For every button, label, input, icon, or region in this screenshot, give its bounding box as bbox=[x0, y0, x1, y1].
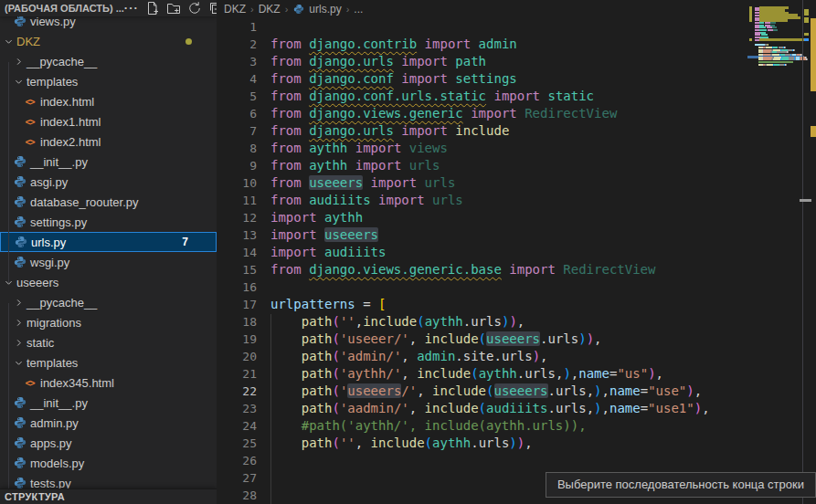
code-line-22[interactable]: 22 path('useeers/', include(useeers.urls… bbox=[217, 383, 802, 400]
tree-item-urls-py[interactable]: urls.py7 bbox=[0, 232, 217, 252]
tree-item-label: settings.py bbox=[30, 215, 87, 229]
overview-ruler[interactable] bbox=[802, 0, 816, 504]
tree-item-label: models.py bbox=[30, 457, 84, 470]
tree-item--pycache-[interactable]: __pycache__ bbox=[0, 292, 217, 312]
chev-right-icon bbox=[13, 57, 24, 67]
breadcrumb-item--[interactable]: ... bbox=[354, 3, 363, 16]
tree-item-migrations[interactable]: migrations bbox=[0, 312, 217, 332]
breadcrumb-item-urls-py[interactable]: urls.py bbox=[292, 3, 341, 16]
code-line-18[interactable]: 18 path('',include(aythh.urls)), bbox=[217, 313, 802, 331]
code-line-23[interactable]: 23 path('aadmin/', include(audiiits.urls… bbox=[217, 400, 802, 417]
code-line-4[interactable]: 4from django.conf import settings bbox=[217, 70, 802, 88]
code-line-24[interactable]: 24 #path('aythh/', include(aythh.urls)), bbox=[217, 417, 802, 435]
line-content: path('aadmin/', include(audiiits.urls,),… bbox=[270, 400, 710, 417]
code-editor[interactable]: 12from django.contrib import admin3from … bbox=[217, 18, 802, 504]
outline-section-header[interactable]: СТРУКТУРА bbox=[0, 488, 217, 504]
explorer-sidebar: (РАБОЧАЯ ОБЛАСТЬ) ... ··· views.pyDKZ__p… bbox=[0, 0, 217, 504]
new-folder-icon[interactable] bbox=[166, 1, 181, 16]
refresh-explorer-icon[interactable] bbox=[187, 1, 202, 16]
tree-item-index-html[interactable]: <>index.html bbox=[0, 91, 217, 111]
tree-indent-guide bbox=[8, 303, 9, 504]
line-number: 8 bbox=[217, 140, 257, 157]
minimap-warning-block bbox=[759, 38, 805, 41]
line-number: 22 bbox=[217, 383, 257, 400]
python-icon bbox=[13, 15, 26, 27]
code-line-9[interactable]: 9from aythh import urls bbox=[217, 157, 802, 174]
line-number: 19 bbox=[217, 331, 257, 348]
tree-item-useeers[interactable]: useeers bbox=[0, 272, 217, 292]
code-line-11[interactable]: 11from audiiits import urls bbox=[217, 192, 802, 209]
code-line-19[interactable]: 19 path('useeer/', include(useeers.urls)… bbox=[217, 331, 802, 348]
code-line-12[interactable]: 12import aythh bbox=[217, 209, 802, 226]
tree-item-settings-py[interactable]: settings.py bbox=[0, 212, 217, 232]
breadcrumb-item-dkz[interactable]: DKZ bbox=[224, 3, 246, 16]
minimap[interactable] bbox=[749, 2, 802, 276]
explorer-section-header[interactable]: (РАБОЧАЯ ОБЛАСТЬ) ... ··· bbox=[0, 0, 217, 16]
tree-item-apps-py[interactable]: apps.py bbox=[0, 433, 217, 453]
code-line-20[interactable]: 20 path('admin/', admin.site.urls), bbox=[217, 348, 802, 365]
code-line-21[interactable]: 21 path('aythh/', include(aythh.urls,),n… bbox=[217, 365, 802, 383]
code-line-6[interactable]: 6from django.views.generic import Redire… bbox=[217, 105, 802, 122]
code-line-17[interactable]: 17urlpatterns = [ bbox=[217, 296, 802, 313]
code-line-5[interactable]: 5from django.conf.urls.static import sta… bbox=[217, 88, 802, 105]
line-number: 14 bbox=[217, 244, 257, 261]
tree-item-index1-html[interactable]: <>index1.html bbox=[0, 111, 217, 131]
html-icon: <> bbox=[23, 137, 37, 147]
tree-item--init-py[interactable]: __init__.py bbox=[0, 152, 217, 172]
tree-item-dkz[interactable]: DKZ bbox=[0, 31, 217, 51]
tree-item-label: DKZ bbox=[16, 35, 40, 48]
tree-item-templates[interactable]: templates bbox=[0, 352, 217, 373]
line-number: 13 bbox=[217, 226, 257, 244]
code-line-2[interactable]: 2from django.contrib import admin bbox=[217, 36, 802, 53]
warning-mark-3 bbox=[804, 33, 809, 36]
tree-item-templates[interactable]: templates bbox=[0, 71, 217, 91]
warnings-block bbox=[811, 18, 816, 91]
code-line-10[interactable]: 10from useeers import urls bbox=[217, 174, 802, 192]
new-file-icon[interactable] bbox=[145, 1, 160, 16]
line-content: from audiiits import urls bbox=[270, 192, 463, 209]
tree-item-admin-py[interactable]: admin.py bbox=[0, 413, 217, 433]
info-mark bbox=[804, 38, 809, 41]
tree-item-index345-html[interactable]: <>index345.html bbox=[0, 373, 217, 393]
code-line-8[interactable]: 8from aythh import views bbox=[217, 140, 802, 157]
tree-item-database-roouter-py[interactable]: database_roouter.py bbox=[0, 192, 217, 212]
line-number: 23 bbox=[217, 400, 257, 417]
code-line-25[interactable]: 25 path('', include(aythh.urls)), bbox=[217, 435, 802, 452]
line-content: import useeers bbox=[270, 226, 378, 244]
breadcrumb-item-dkz[interactable]: DKZ bbox=[259, 3, 281, 16]
line-content: import audiiits bbox=[270, 244, 386, 261]
more-actions-icon[interactable]: ··· bbox=[124, 1, 139, 16]
code-line-7[interactable]: 7from django.urls import include bbox=[217, 122, 802, 140]
line-content: #path('aythh/', include(aythh.urls)), bbox=[270, 417, 587, 435]
python-icon bbox=[13, 477, 26, 489]
tree-item--init-py[interactable]: __init__.py bbox=[0, 393, 217, 413]
code-line-14[interactable]: 14import audiiits bbox=[217, 244, 802, 261]
tree-item-label: asgi.py bbox=[30, 175, 68, 189]
breadcrumb: DKZ›DKZ›urls.py›... bbox=[217, 0, 816, 18]
tree-item-label: __pycache__ bbox=[26, 55, 97, 68]
line-number: 18 bbox=[217, 313, 257, 331]
chev-down-icon bbox=[3, 37, 14, 47]
explorer-actions: ··· bbox=[124, 1, 217, 16]
code-line-1[interactable]: 1 bbox=[217, 18, 802, 36]
code-line-26[interactable]: 26 bbox=[217, 452, 802, 469]
tree-item-wsgi-py[interactable]: wsgi.py bbox=[0, 252, 217, 272]
tree-item-label: apps.py bbox=[30, 436, 72, 450]
line-number: 17 bbox=[217, 296, 257, 313]
collapse-folders-icon[interactable] bbox=[208, 1, 217, 16]
line-content: urlpatterns = [ bbox=[270, 296, 386, 313]
line-number: 5 bbox=[217, 88, 257, 105]
line-content: path('',include(aythh.urls)), bbox=[270, 313, 525, 331]
code-line-13[interactable]: 13import useeers bbox=[217, 226, 802, 244]
code-line-16[interactable]: 16 bbox=[217, 278, 802, 296]
code-line-3[interactable]: 3from django.urls import path bbox=[217, 53, 802, 70]
tree-item-static[interactable]: static bbox=[0, 332, 217, 352]
editor-area: DKZ›DKZ›urls.py›... 12from django.contri… bbox=[217, 0, 816, 504]
tree-item-index2-html[interactable]: <>index2.html bbox=[0, 131, 217, 152]
line-number: 3 bbox=[217, 53, 257, 70]
tree-item--pycache-[interactable]: __pycache__ bbox=[0, 51, 217, 71]
line-number: 25 bbox=[217, 435, 257, 452]
tree-item-asgi-py[interactable]: asgi.py bbox=[0, 172, 217, 192]
tree-item-models-py[interactable]: models.py bbox=[0, 453, 217, 473]
code-line-15[interactable]: 15from django.views.generic.base import … bbox=[217, 261, 802, 278]
